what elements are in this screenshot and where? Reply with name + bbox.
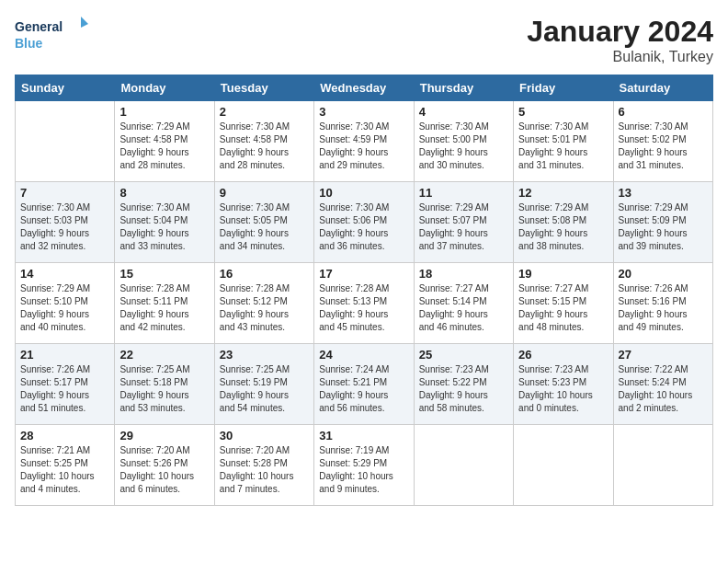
calendar-cell: 16Sunrise: 7:28 AMSunset: 5:12 PMDayligh… (214, 263, 313, 344)
calendar-cell: 14Sunrise: 7:29 AMSunset: 5:10 PMDayligh… (16, 263, 115, 344)
day-info: Sunrise: 7:29 AMSunset: 5:08 PMDaylight:… (518, 201, 608, 253)
day-info: Sunrise: 7:27 AMSunset: 5:15 PMDaylight:… (518, 282, 608, 334)
day-number: 11 (419, 186, 508, 200)
day-number: 24 (319, 348, 408, 362)
calendar-cell: 18Sunrise: 7:27 AMSunset: 5:14 PMDayligh… (414, 263, 513, 344)
day-number: 17 (319, 267, 408, 281)
day-number: 3 (319, 105, 408, 119)
calendar-cell: 12Sunrise: 7:29 AMSunset: 5:08 PMDayligh… (514, 182, 613, 263)
day-number: 27 (619, 348, 708, 362)
day-info: Sunrise: 7:20 AMSunset: 5:26 PMDaylight:… (119, 444, 209, 496)
day-number: 9 (220, 186, 309, 200)
day-info: Sunrise: 7:25 AMSunset: 5:18 PMDaylight:… (119, 363, 209, 415)
svg-text:Blue: Blue (15, 36, 43, 51)
column-header-thursday: Thursday (414, 75, 513, 101)
day-number: 4 (419, 105, 508, 119)
calendar-cell (16, 101, 115, 182)
calendar-cell: 28Sunrise: 7:21 AMSunset: 5:25 PMDayligh… (16, 425, 115, 506)
calendar-cell: 10Sunrise: 7:30 AMSunset: 5:06 PMDayligh… (314, 182, 414, 263)
calendar-cell: 6Sunrise: 7:30 AMSunset: 5:02 PMDaylight… (613, 101, 712, 182)
calendar-cell: 30Sunrise: 7:20 AMSunset: 5:28 PMDayligh… (214, 425, 313, 506)
calendar-cell: 8Sunrise: 7:30 AMSunset: 5:04 PMDaylight… (115, 182, 214, 263)
calendar-cell: 29Sunrise: 7:20 AMSunset: 5:26 PMDayligh… (115, 425, 214, 506)
day-number: 26 (518, 348, 608, 362)
day-info: Sunrise: 7:30 AMSunset: 5:04 PMDaylight:… (119, 201, 209, 253)
day-info: Sunrise: 7:26 AMSunset: 5:17 PMDaylight:… (20, 363, 109, 415)
day-number: 16 (220, 267, 309, 281)
calendar-cell: 19Sunrise: 7:27 AMSunset: 5:15 PMDayligh… (514, 263, 613, 344)
calendar-cell: 31Sunrise: 7:19 AMSunset: 5:29 PMDayligh… (314, 425, 414, 506)
day-info: Sunrise: 7:28 AMSunset: 5:11 PMDaylight:… (119, 282, 209, 334)
calendar-cell: 7Sunrise: 7:30 AMSunset: 5:03 PMDaylight… (16, 182, 115, 263)
day-number: 23 (220, 348, 309, 362)
day-info: Sunrise: 7:23 AMSunset: 5:22 PMDaylight:… (419, 363, 508, 415)
week-row-2: 7Sunrise: 7:30 AMSunset: 5:03 PMDaylight… (16, 182, 713, 263)
calendar-cell: 24Sunrise: 7:24 AMSunset: 5:21 PMDayligh… (314, 344, 414, 425)
day-number: 28 (20, 429, 109, 442)
calendar-cell: 20Sunrise: 7:26 AMSunset: 5:16 PMDayligh… (613, 263, 712, 344)
calendar-table: SundayMondayTuesdayWednesdayThursdayFrid… (15, 75, 713, 506)
calendar-subtitle: Bulanik, Turkey (527, 49, 713, 65)
day-info: Sunrise: 7:29 AMSunset: 4:58 PMDaylight:… (119, 121, 209, 172)
week-row-1: 1Sunrise: 7:29 AMSunset: 4:58 PMDaylight… (16, 101, 713, 182)
calendar-cell: 9Sunrise: 7:30 AMSunset: 5:05 PMDaylight… (214, 182, 313, 263)
column-header-saturday: Saturday (613, 75, 712, 101)
day-number: 30 (220, 429, 309, 442)
day-number: 2 (220, 105, 309, 119)
page-header: General Blue January 2024 Bulanik, Turke… (15, 15, 713, 65)
calendar-cell (613, 425, 712, 506)
day-info: Sunrise: 7:30 AMSunset: 5:02 PMDaylight:… (619, 121, 708, 172)
logo: General Blue (15, 15, 88, 55)
header-row: SundayMondayTuesdayWednesdayThursdayFrid… (16, 75, 713, 101)
day-number: 12 (518, 186, 608, 200)
column-header-tuesday: Tuesday (214, 75, 313, 101)
day-info: Sunrise: 7:29 AMSunset: 5:10 PMDaylight:… (20, 282, 109, 334)
day-info: Sunrise: 7:28 AMSunset: 5:13 PMDaylight:… (319, 282, 408, 334)
calendar-cell: 15Sunrise: 7:28 AMSunset: 5:11 PMDayligh… (115, 263, 214, 344)
calendar-cell: 17Sunrise: 7:28 AMSunset: 5:13 PMDayligh… (314, 263, 414, 344)
calendar-cell: 21Sunrise: 7:26 AMSunset: 5:17 PMDayligh… (16, 344, 115, 425)
day-number: 7 (20, 186, 109, 200)
calendar-cell: 27Sunrise: 7:22 AMSunset: 5:24 PMDayligh… (613, 344, 712, 425)
day-info: Sunrise: 7:30 AMSunset: 5:06 PMDaylight:… (319, 201, 408, 253)
day-info: Sunrise: 7:23 AMSunset: 5:23 PMDaylight:… (518, 363, 608, 415)
calendar-cell: 13Sunrise: 7:29 AMSunset: 5:09 PMDayligh… (613, 182, 712, 263)
calendar-cell (514, 425, 613, 506)
day-info: Sunrise: 7:30 AMSunset: 5:05 PMDaylight:… (220, 201, 309, 253)
calendar-cell: 26Sunrise: 7:23 AMSunset: 5:23 PMDayligh… (514, 344, 613, 425)
calendar-title: January 2024 (527, 15, 713, 49)
day-info: Sunrise: 7:22 AMSunset: 5:24 PMDaylight:… (619, 363, 708, 415)
day-info: Sunrise: 7:25 AMSunset: 5:19 PMDaylight:… (220, 363, 309, 415)
day-number: 29 (119, 429, 209, 442)
day-number: 15 (119, 267, 209, 281)
day-info: Sunrise: 7:19 AMSunset: 5:29 PMDaylight:… (319, 444, 408, 496)
column-header-friday: Friday (514, 75, 613, 101)
calendar-cell: 4Sunrise: 7:30 AMSunset: 5:00 PMDaylight… (414, 101, 513, 182)
day-info: Sunrise: 7:30 AMSunset: 5:01 PMDaylight:… (518, 121, 608, 172)
svg-text:General: General (15, 19, 63, 34)
week-row-5: 28Sunrise: 7:21 AMSunset: 5:25 PMDayligh… (16, 425, 713, 506)
day-number: 6 (619, 105, 708, 119)
day-number: 1 (119, 105, 209, 119)
svg-marker-2 (81, 17, 88, 28)
column-header-monday: Monday (115, 75, 214, 101)
day-info: Sunrise: 7:28 AMSunset: 5:12 PMDaylight:… (220, 282, 309, 334)
calendar-cell: 1Sunrise: 7:29 AMSunset: 4:58 PMDaylight… (115, 101, 214, 182)
day-number: 20 (619, 267, 708, 281)
day-number: 25 (419, 348, 508, 362)
day-info: Sunrise: 7:21 AMSunset: 5:25 PMDaylight:… (20, 444, 109, 496)
calendar-cell: 22Sunrise: 7:25 AMSunset: 5:18 PMDayligh… (115, 344, 214, 425)
day-number: 5 (518, 105, 608, 119)
day-info: Sunrise: 7:29 AMSunset: 5:07 PMDaylight:… (419, 201, 508, 253)
day-info: Sunrise: 7:29 AMSunset: 5:09 PMDaylight:… (619, 201, 708, 253)
column-header-sunday: Sunday (16, 75, 115, 101)
day-number: 18 (419, 267, 508, 281)
calendar-cell: 25Sunrise: 7:23 AMSunset: 5:22 PMDayligh… (414, 344, 513, 425)
day-number: 13 (619, 186, 708, 200)
calendar-cell: 23Sunrise: 7:25 AMSunset: 5:19 PMDayligh… (214, 344, 313, 425)
day-info: Sunrise: 7:26 AMSunset: 5:16 PMDaylight:… (619, 282, 708, 334)
column-header-wednesday: Wednesday (314, 75, 414, 101)
calendar-cell: 3Sunrise: 7:30 AMSunset: 4:59 PMDaylight… (314, 101, 414, 182)
day-info: Sunrise: 7:20 AMSunset: 5:28 PMDaylight:… (220, 444, 309, 496)
day-number: 22 (119, 348, 209, 362)
